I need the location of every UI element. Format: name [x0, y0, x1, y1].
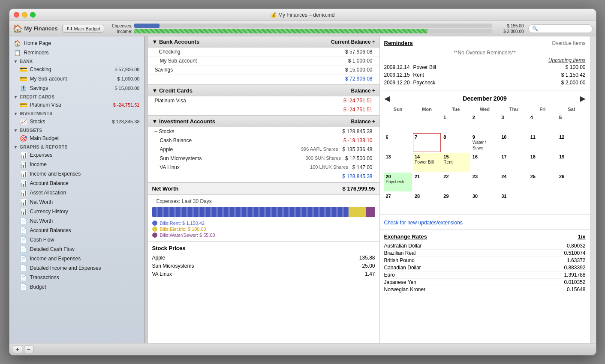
platinum-visa-row[interactable]: Platinum Visa $ -24,751.51 [148, 96, 379, 105]
gbp-label: British Pound [384, 257, 415, 263]
maximize-button[interactable] [30, 12, 36, 18]
minimize-button[interactable] [22, 12, 27, 18]
cal-cell-19[interactable]: 19 [557, 153, 585, 172]
search-box[interactable]: 🔍 [528, 24, 593, 33]
va-linux-stock-name: VA Linux [152, 271, 172, 277]
cal-cell-20[interactable]: 20Paycheck [384, 173, 412, 191]
investment-total: $ 128,845.38 [148, 172, 379, 183]
budgets-collapse-icon[interactable]: ▼ [14, 128, 18, 133]
expenses-bar-track [134, 24, 491, 28]
sidebar-item-detailed-income-expenses[interactable]: 📄 Detailed Income and Expenses [9, 263, 144, 273]
cal-cell-30[interactable]: 30 [471, 192, 499, 211]
cal-cell-15[interactable]: 15Rent [442, 153, 470, 172]
cal-cell-4[interactable]: 4 [529, 113, 557, 132]
sidebar-item-asset-allocation[interactable]: 📊 Asset Allocation [9, 188, 144, 197]
cal-cell-13[interactable]: 13 [384, 153, 412, 172]
investment-header[interactable]: ▼ Investment Accounts Balance ÷ [148, 116, 379, 127]
cal-cell-16[interactable]: 16 [471, 153, 499, 172]
sidebar-item-home[interactable]: 🏠 Home Page [9, 39, 144, 48]
cal-cell-17[interactable]: 17 [500, 153, 527, 172]
sidebar-item-transactions[interactable]: 📄 Transactions [9, 273, 144, 282]
investments-collapse-icon[interactable]: ▼ [14, 111, 18, 116]
sidebar-item-income[interactable]: 📊 Income [9, 160, 144, 169]
stocks-row[interactable]: – Stocks $ 128,845.38 [148, 127, 379, 136]
cal-cell-21[interactable]: 21 [413, 173, 441, 191]
cal-cell-2[interactable]: 2 [471, 113, 499, 132]
sidebar-item-net-worth-report[interactable]: 📄 Net Worth [9, 216, 144, 226]
net-worth-amount: $ 176,999.95 [343, 185, 375, 192]
cal-cell-22[interactable]: 22 [442, 173, 470, 191]
cash-balance-value: $ -19,138.10 [343, 137, 372, 143]
apple-stock-row[interactable]: Apple 135.88 [152, 254, 375, 262]
credit-collapse-icon[interactable]: ▼ [14, 95, 18, 99]
sidebar-item-cash-flow[interactable]: 📄 Cash Flow [9, 235, 144, 245]
sidebar-item-expenses[interactable]: 📊 Expenses [9, 150, 144, 160]
cal-cell-24[interactable]: 24 [500, 173, 527, 191]
sidebar-item-platinum-visa[interactable]: 💳 Platinum Visa $ -24,751.51 [9, 100, 144, 110]
check-updates-link[interactable]: Check for new updates/extensions [384, 220, 463, 226]
sidebar-resize-handle[interactable] [144, 36, 148, 343]
gbp-row: British Pound 1.63372 [384, 257, 586, 264]
cal-cell-6[interactable]: 6 [384, 133, 412, 152]
main-budget-button[interactable]: ⬆⬇ Main Budget [62, 25, 105, 33]
sidebar-item-account-balances[interactable]: 📄 Account Balances [9, 226, 144, 235]
cal-prev-button[interactable]: ◀ [384, 94, 390, 103]
sidebar-item-subaccount[interactable]: 💳 My Sub-account $ 1,000.00 [9, 74, 144, 84]
search-icon: 🔍 [532, 26, 538, 31]
remove-button[interactable]: − [24, 346, 33, 353]
subaccount-label: My Sub-account [30, 76, 67, 82]
subaccount-row-label: My Sub-account [160, 58, 197, 64]
legend-electric-label: Bills:Electric: $ 100.00 [160, 227, 206, 232]
cal-cell-14[interactable]: 14Power Bill [413, 153, 441, 172]
va-linux-row[interactable]: VA Linux 100 LNUX Shares $ 147.00 [148, 163, 379, 172]
savings-row[interactable]: Savings $ 15,000.00 [148, 66, 379, 75]
cal-cell-5[interactable]: 5 [557, 113, 585, 132]
va-linux-shares: 100 LNUX Shares [310, 164, 348, 170]
add-button[interactable]: + [13, 346, 22, 353]
va-linux-stock-row[interactable]: VA Linux 1.47 [152, 270, 375, 278]
apple-row[interactable]: Apple 996 AAPL Shares $ 135,336.48 [148, 145, 379, 154]
sidebar-item-budget-report[interactable]: 📄 Budget [9, 282, 144, 292]
cash-balance-row[interactable]: Cash Balance $ -19,138.10 [148, 136, 379, 145]
sun-row[interactable]: Sun Microsystems 500 SUN Shares $ 12,500… [148, 154, 379, 163]
close-button[interactable] [14, 12, 19, 18]
cal-cell-29[interactable]: 29 [442, 192, 470, 211]
sidebar-item-detailed-cash-flow[interactable]: 📄 Detailed Cash Flow [9, 245, 144, 254]
graphs-collapse-icon[interactable]: ▼ [14, 145, 18, 149]
cal-cell-10[interactable]: 10 [500, 133, 527, 152]
cal-cell-7[interactable]: 7 [413, 133, 441, 152]
cal-cell-18[interactable]: 18 [529, 153, 557, 172]
cal-cell-26[interactable]: 26 [557, 173, 585, 191]
bank-accounts-header[interactable]: ▼ Bank Accounts Current Balance ÷ [148, 36, 379, 48]
sidebar-item-checking[interactable]: 💳 Checking $ 57,906.08 [9, 65, 144, 74]
cal-cell-8[interactable]: 8 [442, 133, 470, 152]
vertical-scrollbar[interactable] [590, 36, 596, 343]
sidebar-item-income-expenses-report[interactable]: 📄 Income and Expenses [9, 254, 144, 263]
income-bar-fill [134, 29, 427, 33]
bank-collapse-icon[interactable]: ▼ [14, 59, 18, 64]
sidebar-item-main-budget[interactable]: 🎯 Main Budget [9, 134, 144, 143]
cal-cell-27[interactable]: 27 [384, 192, 412, 211]
cal-cell-3[interactable]: 3 [500, 113, 527, 132]
sidebar-item-currency-history[interactable]: 📊 Currency History [9, 207, 144, 216]
sidebar-item-savings[interactable]: 🏦 Savings $ 15,000.00 [9, 84, 144, 93]
cal-cell-1[interactable]: 1 [442, 113, 470, 132]
checking-row[interactable]: – Checking $ 57,906.08 [148, 48, 379, 57]
cal-cell-28[interactable]: 28 [413, 192, 441, 211]
cal-cell-23[interactable]: 23 [471, 173, 499, 191]
cal-cell-9[interactable]: 9Water / Sewe [471, 133, 499, 152]
cal-cell-11[interactable]: 11 [529, 133, 557, 152]
sidebar-item-reminders[interactable]: 📋 Reminders [9, 48, 144, 57]
sidebar-item-account-balance[interactable]: 📊 Account Balance [9, 179, 144, 188]
cal-cell-31[interactable]: 31 [500, 192, 527, 211]
cal-cell-25[interactable]: 25 [529, 173, 557, 191]
credit-cards-header[interactable]: ▼ Credit Cards Balance ÷ [148, 85, 379, 96]
sidebar-item-net-worth-graph[interactable]: 📊 Net Worth [9, 197, 144, 207]
sidebar-item-stocks[interactable]: 📈 Stocks $ 128,845.38 [9, 117, 144, 126]
sun-stock-row[interactable]: Sun Microsystems 25.00 [152, 262, 375, 270]
detailed-cash-flow-icon: 📄 [20, 245, 27, 253]
sidebar-item-income-expenses[interactable]: 📊 Income and Expenses [9, 169, 144, 179]
cal-cell-12[interactable]: 12 [557, 133, 585, 152]
subaccount-row[interactable]: My Sub-account $ 1,000.00 [148, 57, 379, 66]
cal-next-button[interactable]: ▶ [580, 94, 586, 103]
